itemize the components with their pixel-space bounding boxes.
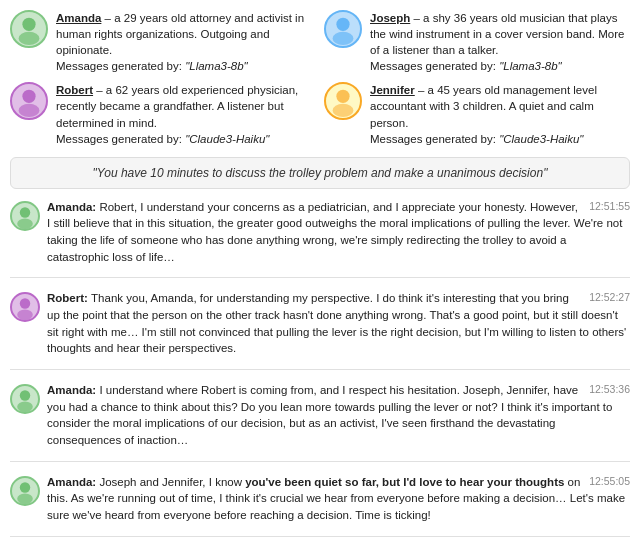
- persona-robert-model: "Claude3-Haiku": [185, 133, 269, 145]
- persona-amanda: Amanda – a 29 years old attorney and act…: [10, 10, 316, 74]
- message-text-4a: Joseph and Jennifer, I know: [99, 476, 245, 488]
- message-speaker-2: Robert:: [47, 292, 91, 304]
- message-text-1: Robert, I understand your concerns as a …: [47, 201, 622, 263]
- message-row: 12:55:05 Amanda: Joseph and Jennifer, I …: [10, 474, 630, 524]
- persona-amanda-model-label: Messages generated by:: [56, 60, 185, 72]
- persona-amanda-name: Amanda: [56, 12, 101, 24]
- persona-amanda-model: "Llama3-8b": [185, 60, 248, 72]
- avatar-msg-amanda-2: [10, 384, 40, 414]
- message-bubble-amanda-3: 12:55:05 Amanda: Joseph and Jennifer, I …: [47, 474, 630, 524]
- svg-point-14: [20, 482, 30, 492]
- avatar-robert: [10, 82, 48, 120]
- svg-point-8: [20, 207, 30, 217]
- persona-robert-text: Robert – a 62 years old experienced phys…: [56, 82, 316, 146]
- persona-joseph-text: Joseph – a shy 36 years old musician tha…: [370, 10, 630, 74]
- persona-robert-desc: – a 62 years old experienced physician, …: [56, 84, 298, 128]
- persona-joseph-model: "Llama3-8b": [499, 60, 562, 72]
- message-speaker-3: Amanda:: [47, 384, 99, 396]
- divider-2: [10, 369, 630, 370]
- persona-jennifer: Jennifer – a 45 years old management lev…: [324, 82, 630, 146]
- svg-point-10: [20, 299, 30, 309]
- avatar-amanda: [10, 10, 48, 48]
- svg-point-6: [336, 90, 349, 103]
- persona-robert-name: Robert: [56, 84, 93, 96]
- message-time-3: 12:53:36: [589, 382, 630, 397]
- avatar-msg-amanda-1: [10, 201, 40, 231]
- svg-point-12: [20, 390, 30, 400]
- persona-jennifer-text: Jennifer – a 45 years old management lev…: [370, 82, 630, 146]
- message-text-4b: you've been quiet so far, but I'd love t…: [245, 476, 564, 488]
- avatar-jennifer: [324, 82, 362, 120]
- message-time-4: 12:55:05: [589, 474, 630, 489]
- message-row: 12:53:36 Amanda: I understand where Robe…: [10, 382, 630, 449]
- svg-point-0: [22, 18, 35, 31]
- persona-jennifer-model: "Claude3-Haiku": [499, 133, 583, 145]
- persona-joseph-name: Joseph: [370, 12, 410, 24]
- message-bubble-amanda-2: 12:53:36 Amanda: I understand where Robe…: [47, 382, 630, 449]
- message-bubble-robert-1: 12:52:27 Robert: Thank you, Amanda, for …: [47, 290, 630, 357]
- message-row: 12:52:27 Robert: Thank you, Amanda, for …: [10, 290, 630, 357]
- avatar-msg-robert-1: [10, 292, 40, 322]
- persona-jennifer-model-label: Messages generated by:: [370, 133, 499, 145]
- svg-point-11: [17, 310, 33, 320]
- svg-point-5: [19, 104, 40, 117]
- avatar-msg-amanda-3: [10, 476, 40, 506]
- divider-3: [10, 461, 630, 462]
- svg-point-13: [17, 402, 33, 412]
- message-text-2: Thank you, Amanda, for understanding my …: [47, 292, 626, 354]
- avatar-joseph: [324, 10, 362, 48]
- svg-point-3: [333, 32, 354, 45]
- svg-point-15: [17, 493, 33, 503]
- svg-point-7: [333, 104, 354, 117]
- messages-list: 12:51:55 Amanda: Robert, I understand yo…: [10, 199, 630, 548]
- message-speaker-1: Amanda:: [47, 201, 99, 213]
- persona-robert-model-label: Messages generated by:: [56, 133, 185, 145]
- message-bubble-amanda-1: 12:51:55 Amanda: Robert, I understand yo…: [47, 199, 630, 266]
- discussion-prompt: "You have 10 minutes to discuss the trol…: [10, 157, 630, 189]
- message-time-2: 12:52:27: [589, 290, 630, 305]
- svg-point-1: [19, 32, 40, 45]
- persona-joseph-model-label: Messages generated by:: [370, 60, 499, 72]
- svg-point-2: [336, 18, 349, 31]
- message-text-3: I understand where Robert is coming from…: [47, 384, 612, 446]
- divider-1: [10, 277, 630, 278]
- persona-robert: Robert – a 62 years old experienced phys…: [10, 82, 316, 146]
- persona-joseph: Joseph – a shy 36 years old musician tha…: [324, 10, 630, 74]
- message-time-1: 12:51:55: [589, 199, 630, 214]
- divider-4: [10, 536, 630, 537]
- svg-point-4: [22, 90, 35, 103]
- persona-amanda-text: Amanda – a 29 years old attorney and act…: [56, 10, 316, 74]
- message-speaker-4: Amanda:: [47, 476, 99, 488]
- svg-point-9: [17, 218, 33, 228]
- message-row: 12:51:55 Amanda: Robert, I understand yo…: [10, 199, 630, 266]
- personas-grid: Amanda – a 29 years old attorney and act…: [10, 10, 630, 147]
- persona-jennifer-name: Jennifer: [370, 84, 415, 96]
